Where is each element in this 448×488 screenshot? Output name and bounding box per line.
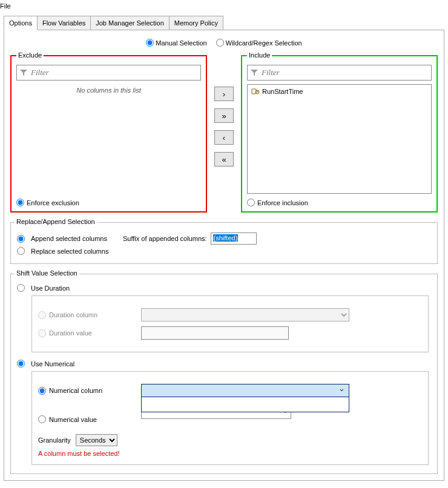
exclude-filter[interactable] xyxy=(16,65,201,81)
append-radio[interactable] xyxy=(17,235,25,243)
move-right-button[interactable]: › xyxy=(214,87,234,101)
exclude-legend: Exclude xyxy=(16,51,44,59)
selection-mode-row: Manual Selection Wildcard/Regex Selectio… xyxy=(10,39,438,48)
funnel-icon xyxy=(250,69,259,76)
shift-value-group: Shift Value Selection Use Duration Durat… xyxy=(10,274,438,474)
replace-label: Replace selected columns xyxy=(31,248,108,255)
duration-column-label: Duration column xyxy=(49,311,97,318)
exclude-panel: Exclude No columns in this list Enforce … xyxy=(10,55,207,213)
tab-memory-policy[interactable]: Memory Policy xyxy=(169,16,223,30)
use-duration-label: Use Duration xyxy=(31,285,70,292)
suffix-value: (shifted) xyxy=(213,234,239,242)
tabs: Options Flow Variables Job Manager Selec… xyxy=(4,16,444,30)
replace-append-legend: Replace/Append Selection xyxy=(15,218,97,225)
error-message: A column must be selected! xyxy=(38,450,422,457)
numerical-value-radio[interactable] xyxy=(38,415,46,423)
include-panel: Include RunStartTime xyxy=(241,55,438,213)
radio-manual-selection-input[interactable] xyxy=(146,39,154,47)
include-filter-input[interactable] xyxy=(260,67,429,78)
numerical-column-combo[interactable] xyxy=(141,384,349,397)
numerical-inner-box: Numerical column Numerical value Gran xyxy=(31,371,429,465)
tab-flow-variables[interactable]: Flow Variables xyxy=(37,16,91,30)
radio-wildcard-selection-input[interactable] xyxy=(216,39,224,47)
duration-column-combo xyxy=(141,308,349,321)
granularity-combo[interactable]: Seconds xyxy=(76,434,117,446)
transfer-buttons: › » ‹ « xyxy=(214,55,234,213)
exclude-list: No columns in this list xyxy=(16,84,201,194)
tab-options[interactable]: Options xyxy=(4,16,38,30)
numerical-column-label: Numerical column xyxy=(49,387,102,394)
duration-column-radio xyxy=(38,311,46,319)
numerical-column-dropdown[interactable] xyxy=(141,397,349,412)
funnel-icon xyxy=(19,69,28,76)
radio-manual-selection[interactable]: Manual Selection xyxy=(146,39,206,47)
radio-wildcard-selection[interactable]: Wildcard/Regex Selection xyxy=(216,39,302,47)
use-duration-radio[interactable] xyxy=(17,284,25,292)
duration-inner-box: Duration column Duration value xyxy=(31,295,429,352)
tab-job-manager[interactable]: Job Manager Selection xyxy=(90,16,170,30)
granularity-label: Granularity xyxy=(38,437,71,444)
radio-wildcard-selection-label: Wildcard/Regex Selection xyxy=(226,39,302,47)
numerical-value-label: Numerical value xyxy=(49,416,97,423)
replace-radio[interactable] xyxy=(17,247,25,255)
move-all-left-button[interactable]: « xyxy=(214,152,234,167)
tab-container: Options Flow Variables Job Manager Selec… xyxy=(4,16,444,481)
dual-list: Exclude No columns in this list Enforce … xyxy=(10,55,438,213)
enforce-exclusion-label: Enforce exclusion xyxy=(27,199,79,206)
radio-manual-selection-label: Manual Selection xyxy=(156,39,206,47)
enforce-exclusion-radio[interactable] xyxy=(16,199,24,206)
use-numerical-radio[interactable] xyxy=(17,360,25,368)
include-legend: Include xyxy=(247,51,272,59)
numerical-column-radio[interactable] xyxy=(38,387,46,395)
move-all-right-button[interactable]: » xyxy=(214,108,234,123)
append-label: Append selected columns xyxy=(31,235,107,242)
replace-append-group: Replace/Append Selection Append selected… xyxy=(10,222,438,264)
use-numerical-label: Use Numerical xyxy=(31,360,74,368)
move-left-button[interactable]: ‹ xyxy=(214,130,234,145)
include-filter[interactable] xyxy=(247,65,432,81)
tab-content: Manual Selection Wildcard/Regex Selectio… xyxy=(4,30,444,481)
shift-value-legend: Shift Value Selection xyxy=(15,269,79,277)
datetime-icon xyxy=(251,88,260,95)
menu-file[interactable]: File xyxy=(0,2,11,10)
suffix-label: Suffix of appended columns: xyxy=(123,235,207,242)
exclude-filter-input[interactable] xyxy=(30,67,198,78)
duration-value-label: Duration value xyxy=(49,329,92,337)
include-list[interactable]: RunStartTime xyxy=(247,84,432,194)
list-item-label: RunStartTime xyxy=(262,88,303,95)
duration-value-input xyxy=(141,326,289,340)
menu-bar: File xyxy=(0,0,448,13)
enforce-inclusion-radio[interactable] xyxy=(247,199,255,206)
enforce-inclusion-label: Enforce inclusion xyxy=(257,199,308,206)
duration-value-radio xyxy=(38,329,46,337)
list-item[interactable]: RunStartTime xyxy=(250,87,429,96)
suffix-input[interactable]: (shifted) xyxy=(211,232,257,245)
